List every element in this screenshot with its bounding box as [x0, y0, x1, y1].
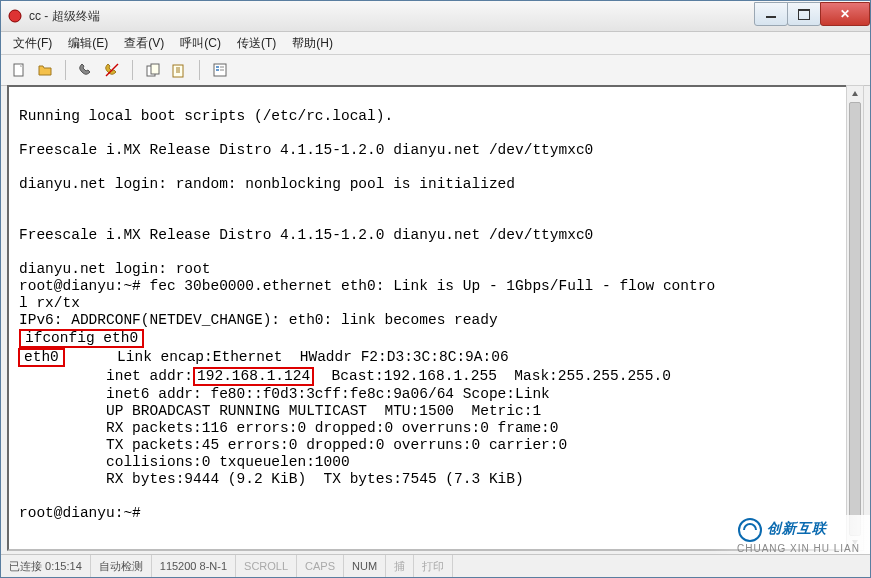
- svg-rect-4: [151, 64, 159, 74]
- svg-point-0: [9, 10, 21, 22]
- phone-link-icon: [78, 62, 94, 78]
- scroll-track[interactable]: [847, 102, 863, 534]
- svg-rect-7: [216, 66, 219, 68]
- status-caps: CAPS: [297, 555, 344, 577]
- menu-bar: 文件(F) 编辑(E) 查看(V) 呼叫(C) 传送(T) 帮助(H): [1, 32, 870, 55]
- term-line: inet addr:: [19, 368, 193, 384]
- menu-transfer[interactable]: 传送(T): [229, 33, 284, 54]
- app-window: cc - 超级终端 ✕ 文件(F) 编辑(E) 查看(V) 呼叫(C) 传送(T…: [0, 0, 871, 578]
- tb-connect-button[interactable]: [74, 58, 98, 82]
- phone-disconnect-icon: [104, 62, 120, 78]
- tb-properties-button[interactable]: [208, 58, 232, 82]
- term-line: Bcast:192.168.1.255 Mask:255.255.255.0: [314, 368, 671, 384]
- status-num: NUM: [344, 555, 386, 577]
- maximize-icon: [798, 9, 810, 20]
- term-line: RX packets:116 errors:0 dropped:0 overru…: [19, 420, 559, 436]
- window-controls: ✕: [755, 2, 870, 24]
- chevron-up-icon: [852, 91, 858, 96]
- terminal-scrollbar[interactable]: [846, 85, 864, 551]
- toolbar-separator: [65, 60, 66, 80]
- new-file-icon: [11, 62, 27, 78]
- status-serial: 115200 8-N-1: [152, 555, 236, 577]
- highlight-ip: 192.168.1.124: [193, 367, 314, 386]
- menu-call[interactable]: 呼叫(C): [172, 33, 229, 54]
- toolbar-separator: [132, 60, 133, 80]
- scroll-up-button[interactable]: [847, 86, 863, 102]
- term-line: inet6 addr: fe80::f0d3:3cff:fe8c:9a06/64…: [19, 386, 550, 402]
- tb-send-button[interactable]: [141, 58, 165, 82]
- terminal-output[interactable]: Running local boot scripts (/etc/rc.loca…: [9, 102, 862, 552]
- tb-open-button[interactable]: [33, 58, 57, 82]
- menu-file[interactable]: 文件(F): [5, 33, 60, 54]
- term-line: UP BROADCAST RUNNING MULTICAST MTU:1500 …: [19, 403, 541, 419]
- menu-help[interactable]: 帮助(H): [284, 33, 341, 54]
- receive-icon: [171, 62, 187, 78]
- open-folder-icon: [37, 62, 53, 78]
- send-icon: [145, 62, 161, 78]
- status-detect: 自动检测: [91, 555, 152, 577]
- term-line: collisions:0 txqueuelen:1000: [19, 454, 350, 470]
- term-line: RX bytes:9444 (9.2 KiB) TX bytes:7545 (7…: [19, 471, 524, 487]
- minimize-icon: [766, 16, 776, 18]
- close-icon: ✕: [840, 7, 850, 21]
- properties-icon: [212, 62, 228, 78]
- term-line: l rx/tx: [19, 295, 80, 311]
- term-prompt: root@dianyu:~#: [19, 505, 141, 521]
- menu-view[interactable]: 查看(V): [116, 33, 172, 54]
- term-line: Freescale i.MX Release Distro 4.1.15-1.2…: [19, 142, 593, 158]
- close-button[interactable]: ✕: [820, 2, 870, 26]
- scroll-down-button[interactable]: [847, 534, 863, 550]
- term-line: root@dianyu:~# fec 30be0000.ethernet eth…: [19, 278, 715, 294]
- tb-disconnect-button[interactable]: [100, 58, 124, 82]
- status-print: 打印: [414, 555, 453, 577]
- term-line: Link encap:Ethernet HWaddr F2:D3:3C:8C:9…: [65, 349, 509, 365]
- term-line: Freescale i.MX Release Distro 4.1.15-1.2…: [19, 227, 593, 243]
- term-line: dianyu.net login: random: nonblocking po…: [19, 176, 515, 192]
- tb-receive-button[interactable]: [167, 58, 191, 82]
- title-bar: cc - 超级终端 ✕: [1, 1, 870, 32]
- status-scroll: SCROLL: [236, 555, 297, 577]
- toolbar-separator: [199, 60, 200, 80]
- svg-rect-5: [173, 65, 183, 77]
- term-line: Running local boot scripts (/etc/rc.loca…: [19, 108, 393, 124]
- app-icon: [7, 8, 23, 24]
- status-connected: 已连接 0:15:14: [1, 555, 91, 577]
- highlight-interface: eth0: [18, 348, 65, 367]
- maximize-button[interactable]: [787, 2, 821, 26]
- highlight-command: ifconfig eth0: [19, 329, 144, 348]
- term-line: TX packets:45 errors:0 dropped:0 overrun…: [19, 437, 567, 453]
- scroll-thumb[interactable]: [849, 102, 861, 536]
- minimize-button[interactable]: [754, 2, 788, 26]
- toolbar: [1, 55, 870, 86]
- chevron-down-icon: [852, 540, 858, 545]
- term-line: IPv6: ADDRCONF(NETDEV_CHANGE): eth0: lin…: [19, 312, 498, 328]
- status-bar: 已连接 0:15:14 自动检测 115200 8-N-1 SCROLL CAP…: [1, 554, 870, 577]
- status-capture: 捕: [386, 555, 414, 577]
- term-line: dianyu.net login: root: [19, 261, 210, 277]
- svg-rect-8: [216, 69, 219, 71]
- tb-new-button[interactable]: [7, 58, 31, 82]
- terminal-frame: Running local boot scripts (/etc/rc.loca…: [7, 85, 864, 551]
- menu-edit[interactable]: 编辑(E): [60, 33, 116, 54]
- window-title: cc - 超级终端: [29, 8, 755, 25]
